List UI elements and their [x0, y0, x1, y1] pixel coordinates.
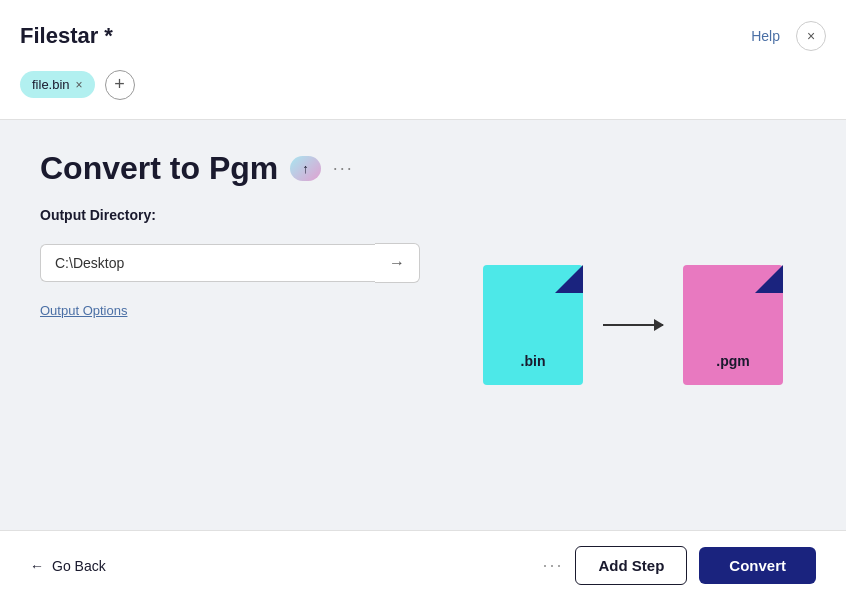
main-content: Convert to Pgm ↑ ··· Output Directory: →…	[0, 120, 846, 530]
header-tabs: file.bin × +	[20, 70, 826, 110]
footer: ← Go Back ··· Add Step Convert	[0, 530, 846, 600]
app-title: Filestar *	[20, 23, 113, 49]
header-top: Filestar * Help ×	[20, 9, 826, 51]
output-directory-row: →	[40, 243, 420, 283]
conversion-visual: .bin .pgm	[483, 265, 783, 385]
page-title-row: Convert to Pgm ↑ ···	[40, 150, 420, 187]
output-directory-browse-button[interactable]: →	[375, 243, 420, 283]
upload-badge-arrow-icon: ↑	[302, 161, 309, 176]
footer-right: ··· Add Step Convert	[542, 546, 816, 585]
help-link[interactable]: Help	[751, 28, 780, 44]
go-back-button[interactable]: ← Go Back	[30, 558, 106, 574]
source-file-corner	[555, 265, 583, 293]
file-tab-close-icon[interactable]: ×	[76, 79, 83, 91]
right-panel: .bin .pgm	[460, 150, 806, 500]
add-step-button[interactable]: Add Step	[575, 546, 687, 585]
source-file-icon: .bin	[483, 265, 583, 385]
output-directory-section: Output Directory:	[40, 207, 420, 223]
add-tab-button[interactable]: +	[105, 70, 135, 100]
header-right: Help ×	[751, 21, 826, 51]
file-tab-label: file.bin	[32, 77, 70, 92]
target-file-ext: .pgm	[683, 353, 783, 369]
convert-button[interactable]: Convert	[699, 547, 816, 584]
target-file-icon: .pgm	[683, 265, 783, 385]
footer-more-dots-icon[interactable]: ···	[542, 555, 563, 576]
output-directory-input[interactable]	[40, 244, 375, 282]
go-back-arrow-icon: ←	[30, 558, 44, 574]
target-file-body: .pgm	[683, 265, 783, 385]
conversion-arrow	[603, 324, 663, 326]
output-options-link[interactable]: Output Options	[40, 303, 420, 318]
target-file-corner	[755, 265, 783, 293]
output-directory-label: Output Directory:	[40, 207, 420, 223]
arrow-right-icon: →	[389, 254, 405, 272]
page-title: Convert to Pgm	[40, 150, 278, 187]
left-panel: Convert to Pgm ↑ ··· Output Directory: →…	[40, 150, 420, 500]
source-file-ext: .bin	[483, 353, 583, 369]
header: Filestar * Help × file.bin × +	[0, 0, 846, 120]
upload-badge[interactable]: ↑	[290, 156, 321, 181]
more-options-icon[interactable]: ···	[333, 158, 354, 179]
source-file-body: .bin	[483, 265, 583, 385]
go-back-label: Go Back	[52, 558, 106, 574]
arrow-line-icon	[603, 324, 663, 326]
file-tab[interactable]: file.bin ×	[20, 71, 95, 98]
close-button[interactable]: ×	[796, 21, 826, 51]
